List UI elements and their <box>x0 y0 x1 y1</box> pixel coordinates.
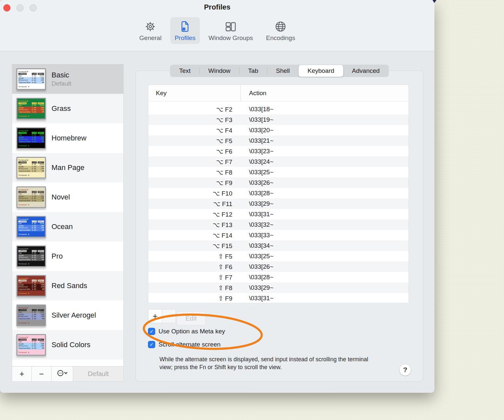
remove-profile-button[interactable]: − <box>32 367 52 381</box>
keyboard-panel: Key Action ⌥ F2\033[18~⌥ F3\033[19~⌥ F4\… <box>136 71 423 382</box>
profile-row-novel[interactable]: Terminal#COMMAND%CPURPRVTtop4.1%231KXcod… <box>12 182 123 212</box>
table-row[interactable]: ⌥ F13\033[32~ <box>148 220 409 230</box>
key-cell: ⌥ F8 <box>148 169 241 176</box>
table-row[interactable]: ⌥ F12\033[31~ <box>148 209 409 220</box>
table-row[interactable]: ⌥ F8\033[25~ <box>148 167 409 178</box>
table-row[interactable]: ⌥ F14\033[33~ <box>148 230 409 241</box>
tab-window[interactable]: Window <box>200 65 240 77</box>
tab-shell[interactable]: Shell <box>267 65 299 77</box>
profile-actions-button[interactable] <box>52 367 73 381</box>
table-row[interactable]: ⌥ F4\033[20~ <box>148 125 409 136</box>
profile-row-man-page[interactable]: Terminal#COMMAND%CPURPRVTtop4.1%231KXcod… <box>12 153 123 182</box>
action-cell: \033[23~ <box>241 148 274 155</box>
key-cell: ⇧ F6 <box>148 263 241 271</box>
profile-row-basic[interactable]: Terminal#COMMAND%CPURPRVTtop4.1%231KXcod… <box>12 64 123 94</box>
option-meta-checkbox-row: ✓ Use Option as Meta key <box>148 328 225 335</box>
profile-subtitle: Default <box>52 80 71 87</box>
table-row[interactable]: ⌥ F11\033[29~ <box>148 199 409 209</box>
profile-name: Novel <box>52 193 70 201</box>
alternate-screen-description: While the alternate screen is displayed,… <box>159 355 376 371</box>
profile-thumbnail: Terminal#COMMAND%CPURPRVTtop4.1%231KXcod… <box>16 157 47 178</box>
profile-sidebar: Terminal#COMMAND%CPURPRVTtop4.1%231KXcod… <box>12 64 124 382</box>
key-cell: ⇧ F7 <box>148 274 241 281</box>
help-button[interactable]: ? <box>399 364 411 376</box>
key-cell: ⌥ F6 <box>148 148 241 155</box>
add-key-button[interactable]: + <box>148 309 162 323</box>
key-cell: ⌥ F5 <box>148 137 241 145</box>
profile-row-homebrew[interactable]: Terminal#COMMAND%CPURPRVTtop4.1%231KXcod… <box>12 123 123 153</box>
window-title: Profiles <box>0 3 434 11</box>
column-header-action[interactable]: Action <box>241 90 266 97</box>
action-cell: \033[29~ <box>241 200 274 207</box>
profile-name: Homebrew <box>52 134 86 142</box>
scroll-alternate-checkbox[interactable]: ✓ <box>148 341 155 348</box>
toolbar-item-encodings[interactable]: Encodings <box>262 17 300 44</box>
titlebar-toolbar-area: Profiles General <box>0 0 434 51</box>
toolbar-item-general[interactable]: General <box>135 17 166 44</box>
option-meta-checkbox[interactable]: ✓ <box>148 328 155 335</box>
profile-row-ocean[interactable]: Terminal#COMMAND%CPURPRVTtop4.1%231KXcod… <box>12 212 123 242</box>
gear-icon <box>144 20 157 33</box>
table-row[interactable]: ⌥ F6\033[23~ <box>148 146 409 157</box>
profile-row-silver-aerogel[interactable]: Terminal#COMMAND%CPURPRVTtop4.1%231KXcod… <box>12 301 123 330</box>
table-row[interactable]: ⌥ F10\033[28~ <box>148 188 409 199</box>
profile-name: Solid Colors <box>52 341 91 349</box>
action-cell: \033[26~ <box>241 179 274 186</box>
profile-document-icon <box>178 20 192 33</box>
action-cell: \033[20~ <box>241 127 274 134</box>
column-header-key[interactable]: Key <box>148 85 241 101</box>
action-cell: \033[24~ <box>241 158 274 165</box>
tab-keyboard[interactable]: Keyboard <box>299 65 343 77</box>
action-cell: \033[25~ <box>241 169 274 176</box>
key-cell: ⌥ F11 <box>148 200 241 208</box>
tab-advanced[interactable]: Advanced <box>343 65 389 77</box>
table-row[interactable]: ⌥ F15\033[34~ <box>148 241 409 251</box>
table-row[interactable]: ⇧ F9\033[31~ <box>148 293 409 304</box>
action-cell: \033[19~ <box>241 116 274 123</box>
add-profile-button[interactable]: + <box>12 367 32 381</box>
toolbar-item-window-groups[interactable]: Window Groups <box>204 17 257 44</box>
action-cell: \033[31~ <box>241 295 274 302</box>
action-cell: \033[25~ <box>241 253 274 260</box>
profile-thumbnail: Terminal#COMMAND%CPURPRVTtop4.1%231KXcod… <box>16 216 47 238</box>
action-cell: \033[28~ <box>241 190 274 197</box>
profile-labels: Grass <box>52 104 71 113</box>
action-cell: \033[32~ <box>241 221 274 228</box>
table-row[interactable]: ⇧ F6\033[26~ <box>148 262 409 272</box>
default-button: Default <box>73 367 123 381</box>
checkbox-label[interactable]: Use Option as Meta key <box>158 328 225 335</box>
tab-bar: TextWindowTabShellKeyboardAdvanced <box>136 65 423 77</box>
edit-key-button: Edit <box>177 311 206 326</box>
profile-labels: Silver Aerogel <box>52 311 96 320</box>
tab-tab[interactable]: Tab <box>239 65 267 77</box>
profile-labels: Pro <box>52 252 63 261</box>
profile-row-grass[interactable]: Terminal#COMMAND%CPURPRVTtop4.1%231KXcod… <box>12 94 123 123</box>
profile-row-red-sands[interactable]: Terminal#COMMAND%CPURPRVTtop4.1%231KXcod… <box>12 271 123 301</box>
desktop-background: Profiles General <box>0 0 504 420</box>
table-row[interactable]: ⇧ F8\033[29~ <box>148 283 409 293</box>
key-cell: ⌥ F3 <box>148 116 241 124</box>
table-row[interactable]: ⌥ F2\033[18~ <box>148 104 409 115</box>
table-row[interactable]: ⌥ F7\033[24~ <box>148 157 409 167</box>
tab-segmented-control: TextWindowTabShellKeyboardAdvanced <box>170 65 389 77</box>
action-cell: \033[29~ <box>241 284 274 291</box>
profile-labels: Novel <box>52 193 70 201</box>
table-row[interactable]: ⌥ F9\033[26~ <box>148 178 409 188</box>
table-row[interactable]: ⌥ F3\033[19~ <box>148 115 409 125</box>
key-cell: ⌥ F4 <box>148 127 241 134</box>
profile-thumbnail: Terminal#COMMAND%CPURPRVTtop4.1%231KXcod… <box>16 275 47 297</box>
checkbox-label[interactable]: Scroll alternate screen <box>158 341 220 348</box>
key-cell: ⌥ F9 <box>148 179 241 187</box>
table-row[interactable]: ⌥ F5\033[21~ <box>148 136 409 146</box>
profile-name: Ocean <box>52 222 73 231</box>
key-cell: ⌥ F2 <box>148 106 241 113</box>
profile-name: Red Sands <box>52 282 87 290</box>
table-row[interactable]: ⇧ F5\033[25~ <box>148 251 409 262</box>
preferences-window: Profiles General <box>0 0 434 393</box>
profile-row-pro[interactable]: Terminal#COMMAND%CPURPRVTtop4.1%231KXcod… <box>12 242 123 271</box>
toolbar-item-profiles[interactable]: Profiles <box>170 17 200 44</box>
profile-row-solid-colors[interactable]: Terminal#COMMAND%CPURPRVTtop4.1%231KXcod… <box>12 330 123 360</box>
table-row[interactable]: ⇧ F7\033[28~ <box>148 272 409 283</box>
profile-labels: Red Sands <box>52 282 87 290</box>
tab-text[interactable]: Text <box>170 65 200 77</box>
